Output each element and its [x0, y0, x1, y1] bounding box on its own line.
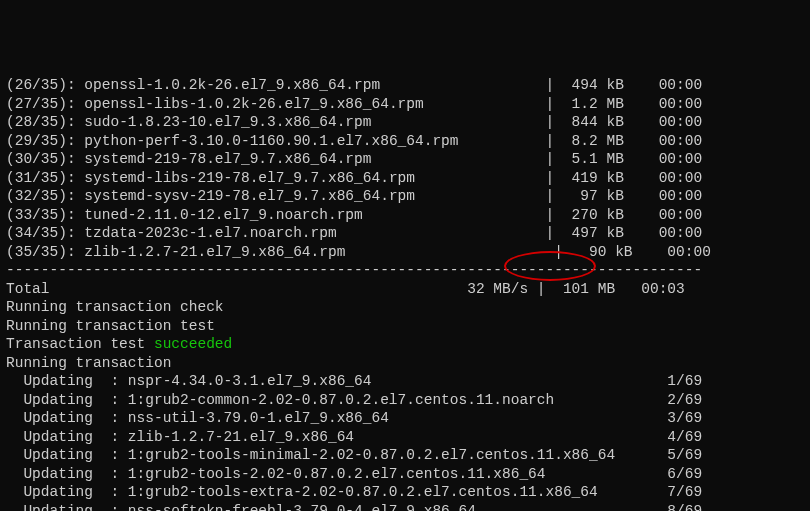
download-size: 5.1 MB — [563, 151, 624, 167]
total-time: 00:03 — [641, 281, 685, 297]
download-index: (35/35): — [6, 244, 84, 260]
download-time: 00:00 — [659, 151, 703, 167]
spacer — [624, 207, 659, 223]
update-counter: 5/69 — [667, 447, 702, 463]
spacer — [624, 188, 659, 204]
spacer — [624, 170, 659, 186]
download-package: openssl-1.0.2k-26.el7_9.x86_64.rpm — [84, 77, 380, 93]
column-separator: | — [337, 225, 563, 241]
update-row: Updating : nss-util-3.79.0-1.el7_9.x86_6… — [6, 409, 804, 428]
separator-text: ----------------------------------------… — [6, 262, 702, 278]
download-package: systemd-sysv-219-78.el7_9.7.x86_64.rpm — [84, 188, 415, 204]
update-row: Updating : 1:grub2-tools-minimal-2.02-0.… — [6, 446, 804, 465]
update-package: 1:grub2-tools-2.02-0.87.0.2.el7.centos.1… — [128, 466, 546, 482]
status-text: Transaction test — [6, 336, 154, 352]
update-counter: 4/69 — [667, 429, 702, 445]
update-counter: 6/69 — [667, 466, 702, 482]
update-action: Updating — [23, 392, 110, 408]
download-row: (35/35): zlib-1.2.7-21.el7_9.x86_64.rpm … — [6, 243, 804, 262]
update-action: Updating — [23, 484, 110, 500]
update-counter: 3/69 — [667, 410, 702, 426]
column-separator: | — [380, 77, 563, 93]
spacer — [371, 373, 667, 389]
colon: : — [110, 503, 127, 512]
spacer — [615, 447, 667, 463]
download-size: 497 kB — [563, 225, 624, 241]
update-package: nss-util-3.79.0-1.el7_9.x86_64 — [128, 410, 389, 426]
download-row: (26/35): openssl-1.0.2k-26.el7_9.x86_64.… — [6, 76, 804, 95]
indent — [6, 410, 23, 426]
column-separator: | — [415, 170, 563, 186]
colon: : — [110, 447, 127, 463]
download-index: (32/35): — [6, 188, 84, 204]
update-counter: 1/69 — [667, 373, 702, 389]
spacer — [624, 96, 659, 112]
update-row: Updating : nss-softokn-freebl-3.79.0-4.e… — [6, 502, 804, 512]
download-size: 419 kB — [563, 170, 624, 186]
download-row: (32/35): systemd-sysv-219-78.el7_9.7.x86… — [6, 187, 804, 206]
status-succeeded: succeeded — [154, 336, 232, 352]
download-package: tzdata-2023c-1.el7.noarch.rpm — [84, 225, 336, 241]
download-time: 00:00 — [659, 77, 703, 93]
download-package: systemd-219-78.el7_9.7.x86_64.rpm — [84, 151, 371, 167]
column-separator: | — [345, 244, 571, 260]
update-counter: 7/69 — [667, 484, 702, 500]
download-row: (30/35): systemd-219-78.el7_9.7.x86_64.r… — [6, 150, 804, 169]
download-row: (27/35): openssl-libs-1.0.2k-26.el7_9.x8… — [6, 95, 804, 114]
indent — [6, 503, 23, 512]
spacer — [546, 466, 668, 482]
indent — [6, 373, 23, 389]
update-package: 1:grub2-common-2.02-0.87.0.2.el7.centos.… — [128, 392, 554, 408]
download-time: 00:00 — [659, 170, 703, 186]
update-row: Updating : 1:grub2-tools-2.02-0.87.0.2.e… — [6, 465, 804, 484]
download-row: (34/35): tzdata-2023c-1.el7.noarch.rpm |… — [6, 224, 804, 243]
spacer — [624, 151, 659, 167]
download-time: 00:00 — [659, 207, 703, 223]
separator-line: ----------------------------------------… — [6, 261, 804, 280]
update-row: Updating : zlib-1.2.7-21.el7_9.x86_64 4/… — [6, 428, 804, 447]
download-index: (34/35): — [6, 225, 84, 241]
update-action: Updating — [23, 429, 110, 445]
update-action: Updating — [23, 410, 110, 426]
column-separator: | — [363, 207, 563, 223]
download-index: (31/35): — [6, 170, 84, 186]
indent — [6, 392, 23, 408]
total-line: Total 32 MB/s | 101 MB 00:03 — [6, 280, 804, 299]
download-package: systemd-libs-219-78.el7_9.7.x86_64.rpm — [84, 170, 415, 186]
download-row: (31/35): systemd-libs-219-78.el7_9.7.x86… — [6, 169, 804, 188]
download-index: (26/35): — [6, 77, 84, 93]
status-text: Running transaction — [6, 355, 171, 371]
download-row: (29/35): python-perf-3.10.0-1160.90.1.el… — [6, 132, 804, 151]
download-index: (33/35): — [6, 207, 84, 223]
indent — [6, 429, 23, 445]
status-test: Running transaction test — [6, 317, 804, 336]
download-package: sudo-1.8.23-10.el7_9.3.x86_64.rpm — [84, 114, 371, 130]
spacer — [554, 392, 667, 408]
spacer — [354, 429, 667, 445]
download-index: (27/35): — [6, 96, 84, 112]
column-separator: | — [371, 151, 562, 167]
download-row: (33/35): tuned-2.11.0-12.el7_9.noarch.rp… — [6, 206, 804, 225]
spacer — [598, 484, 668, 500]
update-package: nss-softokn-freebl-3.79.0-4.el7_9.x86_64 — [128, 503, 476, 512]
download-index: (28/35): — [6, 114, 84, 130]
spacer — [389, 410, 667, 426]
status-text: Running transaction test — [6, 318, 215, 334]
download-package: zlib-1.2.7-21.el7_9.x86_64.rpm — [84, 244, 345, 260]
download-time: 00:00 — [659, 225, 703, 241]
spacer — [633, 244, 668, 260]
download-time: 00:00 — [667, 244, 711, 260]
update-row: Updating : nspr-4.34.0-3.1.el7_9.x86_64 … — [6, 372, 804, 391]
update-action: Updating — [23, 373, 110, 389]
column-separator: | — [528, 281, 554, 297]
total-speed: 32 MB/s — [441, 281, 528, 297]
update-counter: 8/69 — [667, 503, 702, 512]
download-time: 00:00 — [659, 188, 703, 204]
update-row: Updating : 1:grub2-common-2.02-0.87.0.2.… — [6, 391, 804, 410]
download-size: 1.2 MB — [563, 96, 624, 112]
download-package: python-perf-3.10.0-1160.90.1.el7.x86_64.… — [84, 133, 458, 149]
indent — [6, 484, 23, 500]
download-size: 90 kB — [572, 244, 633, 260]
update-package: nspr-4.34.0-3.1.el7_9.x86_64 — [128, 373, 372, 389]
spacer — [624, 77, 659, 93]
